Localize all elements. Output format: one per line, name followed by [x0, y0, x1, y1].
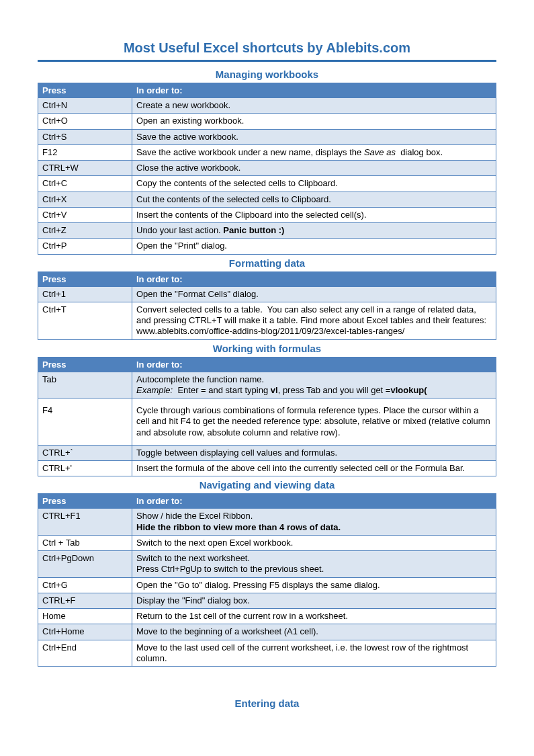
col-header-press: Press	[38, 271, 132, 286]
table-row: TabAutocomplete the function name.Exampl…	[38, 372, 496, 398]
table-row: Ctrl+POpen the "Print" dialog.	[38, 239, 496, 254]
table-row: Ctrl+1Open the "Format Cells" dialog.	[38, 286, 496, 302]
table-row: Ctrl + TabSwitch to the next open Excel …	[38, 535, 496, 550]
cell-press: Ctrl+S	[38, 129, 132, 144]
cell-desc: Return to the 1st cell of the current ro…	[132, 609, 496, 624]
cell-press: Ctrl+Z	[38, 223, 132, 239]
cell-desc: Switch to the next open Excel workbook.	[132, 535, 496, 550]
page-title: Most Useful Excel shortcuts by Ablebits.…	[38, 40, 496, 56]
table-row: CTRL+'Insert the formula of the above ce…	[38, 461, 496, 476]
cell-press: Ctrl+End	[38, 640, 132, 667]
cell-desc: Insert the contents of the Clipboard int…	[132, 207, 496, 222]
cell-press: Ctrl+T	[38, 302, 132, 339]
cell-press: Ctrl+X	[38, 192, 132, 207]
cell-press: Ctrl+Home	[38, 624, 132, 640]
cell-desc: Open the "Format Cells" dialog.	[132, 286, 496, 302]
cell-desc: Save the active workbook under a new nam…	[132, 144, 496, 160]
table-row: Ctrl+VInsert the contents of the Clipboa…	[38, 207, 496, 222]
section-title: Navigating and viewing data	[38, 479, 496, 491]
table-row: Ctrl+CCopy the contents of the selected …	[38, 176, 496, 192]
table-row: Ctrl+NCreate a new workbook.	[38, 98, 496, 114]
table-row: Ctrl+SSave the active workbook.	[38, 129, 496, 144]
cell-desc: Open the "Go to" dialog. Pressing F5 dis…	[132, 577, 496, 593]
col-header-desc: In order to:	[132, 494, 496, 509]
table-row: Ctrl+XCut the contents of the selected c…	[38, 192, 496, 207]
shortcuts-table: PressIn order to:CTRL+F1Show / hide the …	[38, 493, 496, 667]
sections-container: Managing workbooksPressIn order to:Ctrl+…	[38, 69, 496, 667]
cell-press: Ctrl+N	[38, 98, 132, 114]
title-rule	[38, 60, 496, 62]
col-header-press: Press	[38, 494, 132, 509]
cell-press: Ctrl+1	[38, 286, 132, 302]
section-title: Working with formulas	[38, 343, 496, 354]
col-header-press: Press	[38, 357, 132, 372]
table-row: Ctrl+PgDownSwitch to the next worksheet.…	[38, 551, 496, 578]
cell-desc: Show / hide the Excel Ribbon.Hide the ri…	[132, 509, 496, 536]
cell-desc: Cycle through various combinations of fo…	[132, 398, 496, 446]
cell-press: Ctrl+G	[38, 577, 132, 593]
table-row: CTRL+FDisplay the "Find" dialog box.	[38, 593, 496, 608]
cell-press: CTRL+`	[38, 445, 132, 460]
cell-press: Tab	[38, 372, 132, 398]
cell-desc: Convert selected cells to a table. You c…	[132, 302, 496, 339]
col-header-desc: In order to:	[132, 271, 496, 286]
shortcuts-table: PressIn order to:Ctrl+1Open the "Format …	[38, 271, 496, 340]
table-row: Ctrl+EndMove to the last used cell of th…	[38, 640, 496, 667]
table-row: Ctrl+TConvert selected cells to a table.…	[38, 302, 496, 339]
cell-desc: Cut the contents of the selected cells t…	[132, 192, 496, 207]
cell-desc: Autocomplete the function name.Example: …	[132, 372, 496, 398]
col-header-desc: In order to:	[132, 83, 496, 98]
cell-desc: Toggle between displaying cell values an…	[132, 445, 496, 460]
spacer	[38, 668, 496, 695]
cell-desc: Close the active workbook.	[132, 161, 496, 176]
shortcuts-table: PressIn order to:Ctrl+NCreate a new work…	[38, 83, 496, 255]
cell-desc: Display the "Find" dialog box.	[132, 593, 496, 608]
table-row: F4Cycle through various combinations of …	[38, 398, 496, 446]
cell-press: Home	[38, 609, 132, 624]
section-title: Managing workbooks	[38, 69, 496, 80]
cell-desc: Undo your last action. Panic button :)	[132, 223, 496, 239]
cell-press: Ctrl+V	[38, 207, 132, 222]
cell-desc: Save the active workbook.	[132, 129, 496, 144]
section-title-entering-data: Entering data	[38, 698, 496, 709]
cell-press: Ctrl+P	[38, 239, 132, 254]
table-row: Ctrl+OOpen an existing workbook.	[38, 114, 496, 129]
table-row: Ctrl+GOpen the "Go to" dialog. Pressing …	[38, 577, 496, 593]
cell-press: CTRL+F	[38, 593, 132, 608]
col-header-press: Press	[38, 83, 132, 98]
cell-press: Ctrl+C	[38, 176, 132, 192]
table-row: CTRL+`Toggle between displaying cell val…	[38, 445, 496, 460]
section-block: Managing workbooksPressIn order to:Ctrl+…	[38, 69, 496, 255]
cell-desc: Create a new workbook.	[132, 98, 496, 114]
cell-desc: Open an existing workbook.	[132, 114, 496, 129]
table-row: CTRL+F1Show / hide the Excel Ribbon.Hide…	[38, 509, 496, 536]
cell-press: Ctrl+O	[38, 114, 132, 129]
shortcuts-table: PressIn order to:TabAutocomplete the fun…	[38, 357, 496, 477]
cell-press: CTRL+W	[38, 161, 132, 176]
section-block: Navigating and viewing dataPressIn order…	[38, 479, 496, 667]
section-block: Formatting dataPressIn order to:Ctrl+1Op…	[38, 257, 496, 340]
table-row: Ctrl+ZUndo your last action. Panic butto…	[38, 223, 496, 239]
cell-desc: Move to the last used cell of the curren…	[132, 640, 496, 667]
cell-press: Ctrl + Tab	[38, 535, 132, 550]
table-row: HomeReturn to the 1st cell of the curren…	[38, 609, 496, 624]
cell-press: F12	[38, 144, 132, 160]
cell-desc: Open the "Print" dialog.	[132, 239, 496, 254]
cell-desc: Insert the formula of the above cell int…	[132, 461, 496, 476]
cell-desc: Move to the beginning of a worksheet (A1…	[132, 624, 496, 640]
section-title: Formatting data	[38, 257, 496, 269]
table-row: F12Save the active workbook under a new …	[38, 144, 496, 160]
cell-desc: Switch to the next worksheet.Press Ctrl+…	[132, 551, 496, 578]
cell-press: F4	[38, 398, 132, 446]
cell-press: Ctrl+PgDown	[38, 551, 132, 578]
cell-press: CTRL+F1	[38, 509, 132, 536]
cell-press: CTRL+'	[38, 461, 132, 476]
section-block: Working with formulasPressIn order to:Ta…	[38, 343, 496, 477]
table-row: Ctrl+HomeMove to the beginning of a work…	[38, 624, 496, 640]
col-header-desc: In order to:	[132, 357, 496, 372]
cell-desc: Copy the contents of the selected cells …	[132, 176, 496, 192]
table-row: CTRL+WClose the active workbook.	[38, 161, 496, 176]
